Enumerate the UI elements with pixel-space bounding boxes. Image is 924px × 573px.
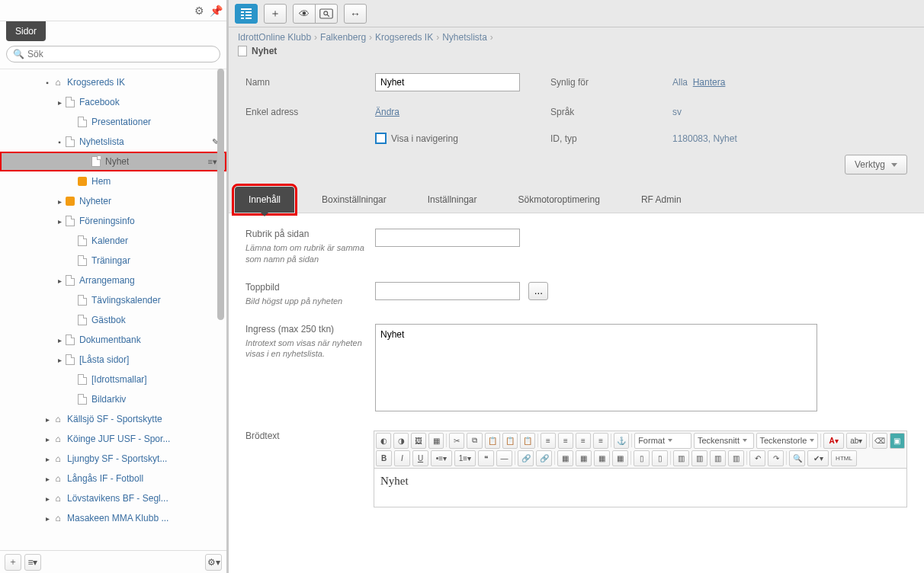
crumb-3[interactable]: Nyhetslista (442, 32, 487, 43)
expand-icon[interactable]: ▸ (55, 217, 64, 226)
tree-item[interactable]: ▸Facebook (0, 92, 226, 112)
expand-icon[interactable]: ▸ (55, 277, 64, 285)
rt-unlink-button[interactable]: 🔗 (536, 450, 552, 466)
tree-item[interactable]: Gästbok (0, 310, 226, 330)
rt-link-button[interactable]: 🔗 (518, 450, 534, 466)
rt-cell2-button[interactable]: ▯ (652, 450, 668, 466)
show-in-nav-checkbox[interactable] (375, 133, 387, 144)
rt-font-select[interactable]: Teckensnitt (694, 433, 754, 449)
tree-item[interactable]: Bildarkiv (0, 389, 226, 409)
rt-media-button[interactable]: ▦ (428, 433, 444, 449)
expand-icon[interactable]: ▸ (55, 336, 64, 344)
rubrik-input[interactable] (375, 229, 520, 247)
tree-item[interactable]: ▸Dokumentbank (0, 330, 226, 350)
rt-col2-button[interactable]: ▥ (691, 450, 707, 466)
rt-underline-button[interactable]: U (412, 450, 428, 466)
tree-item[interactable]: ▸Föreningsinfo (0, 211, 226, 231)
rt-table-button[interactable]: ▦ (557, 450, 573, 466)
expand-icon[interactable]: ▸ (43, 495, 52, 503)
search-button[interactable] (315, 4, 338, 24)
tools-button[interactable]: Verktyg (845, 155, 907, 174)
rt-textcolor-button[interactable]: A▾ (823, 433, 844, 449)
rt-btn-a2[interactable]: ◑ (393, 433, 409, 449)
crumb-0[interactable]: IdrottOnline Klubb (238, 32, 311, 43)
collapse-icon[interactable]: ▪ (55, 138, 64, 146)
rt-cut-button[interactable]: ✂ (449, 433, 464, 449)
tree-item[interactable]: ▸⌂Masakeen MMA Klubb ... (0, 508, 226, 528)
tree-item[interactable]: ▸⌂Källsjö SF - Sportskytte (0, 409, 226, 429)
expand-icon[interactable]: ▸ (43, 415, 52, 424)
rt-pastetext-button[interactable]: 📋 (502, 433, 518, 449)
tab-content[interactable]: Innehåll (235, 187, 294, 213)
name-input[interactable] (375, 73, 520, 91)
rt-cell1-button[interactable]: ▯ (634, 450, 650, 466)
tree-menu-button[interactable]: ≡▾ (24, 554, 41, 571)
search-input[interactable] (27, 49, 213, 59)
preview-button[interactable]: 👁 (293, 4, 316, 24)
rt-col4-button[interactable]: ▥ (728, 450, 744, 466)
tree-item[interactable]: ▸Nyheter (0, 191, 226, 211)
rt-align-center[interactable]: ≡ (558, 433, 573, 449)
manage-link[interactable]: Hantera (693, 77, 726, 88)
rt-align-justify[interactable]: ≡ (593, 433, 608, 449)
tree-item[interactable]: [Idrottsmallar] (0, 370, 226, 389)
rt-copy-button[interactable]: ⧉ (467, 433, 482, 449)
gear-icon[interactable]: ⚙ (193, 5, 205, 17)
rt-table2-button[interactable]: ▦ (576, 450, 592, 466)
pin-icon[interactable]: 📌 (210, 5, 222, 17)
expand-icon[interactable]: ▸ (43, 435, 52, 443)
rt-size-select[interactable]: Teckenstorle (756, 433, 819, 449)
tree-scrollthumb[interactable] (217, 69, 224, 320)
rt-bgcolor-button[interactable]: ab▾ (846, 433, 867, 449)
tree-item[interactable]: ▸⌂Ljungby SF - Sportskyt... (0, 449, 226, 469)
rt-image-button[interactable]: 🖼 (411, 433, 426, 449)
address-change-link[interactable]: Ändra (375, 107, 399, 117)
tab-settings[interactable]: Inställningar (414, 187, 491, 213)
tree-item[interactable]: ▸Arrangemang (0, 270, 226, 290)
rt-align-right[interactable]: ≡ (576, 433, 591, 449)
ingress-textarea[interactable] (375, 324, 817, 411)
crumb-2[interactable]: Krogsereds IK (375, 32, 433, 43)
tree-toggle-button[interactable] (235, 4, 258, 24)
crumb-1[interactable]: Falkenberg (320, 32, 366, 43)
rt-undo-button[interactable]: ↶ (749, 450, 765, 466)
rt-fullscreen-button[interactable]: ▣ (890, 433, 905, 449)
rt-pasteword-button[interactable]: 📋 (520, 433, 535, 449)
expand-icon[interactable]: ▸ (43, 455, 52, 463)
expand-icon[interactable]: ▸ (43, 514, 52, 523)
tree-item[interactable]: Tävlingskalender (0, 290, 226, 310)
expand-icon[interactable]: ▸ (55, 98, 64, 107)
rt-hr-button[interactable]: ― (496, 450, 512, 466)
rt-italic-button[interactable]: I (394, 450, 410, 466)
add-page-button[interactable]: ＋ (5, 554, 21, 571)
rt-ul-button[interactable]: •≡▾ (431, 450, 452, 466)
sidebar-tab-pages[interactable]: Sidor (6, 21, 46, 41)
compare-button[interactable]: ↔ (344, 4, 367, 24)
tree-item[interactable]: ▸⌂Lövstavikens BF - Segl... (0, 488, 226, 508)
tree-item[interactable]: Presentationer (0, 112, 226, 132)
rt-align-left[interactable]: ≡ (541, 433, 556, 449)
rt-clear-button[interactable]: ⌫ (872, 433, 887, 449)
rt-ol-button[interactable]: 1≡▾ (454, 450, 476, 466)
tree-item[interactable]: ▪Nyhetslista✎ (0, 132, 226, 152)
new-button[interactable]: ＋ (264, 4, 287, 24)
tree-item[interactable]: Träningar (0, 251, 226, 270)
tree-item[interactable]: ▸⌂Långås IF - Fotboll (0, 469, 226, 488)
toppbild-browse-button[interactable]: ... (528, 282, 548, 300)
rt-redo-button[interactable]: ↷ (768, 450, 784, 466)
context-menu-icon[interactable]: ≡▾ (208, 157, 217, 167)
tab-boxsettings[interactable]: Boxinställningar (308, 187, 400, 213)
tree-item[interactable]: Hem (0, 171, 226, 191)
rt-bold-button[interactable]: B (376, 450, 392, 466)
rt-spellcheck-button[interactable]: ✔▾ (807, 450, 829, 466)
richtext-content[interactable]: Nyhet (374, 469, 906, 507)
rt-quote-button[interactable]: ❝ (478, 450, 494, 466)
rt-btn-a1[interactable]: ◐ (376, 433, 391, 449)
rt-col1-button[interactable]: ▥ (673, 450, 689, 466)
rt-table4-button[interactable]: ▦ (612, 450, 628, 466)
tree-item[interactable]: ▸[Låsta sidor] (0, 350, 226, 370)
expand-icon[interactable]: ▸ (43, 475, 52, 483)
rt-html-button[interactable]: HTML (831, 450, 857, 466)
expand-icon[interactable]: ▸ (55, 356, 64, 364)
tab-rfadmin[interactable]: RF Admin (627, 187, 695, 213)
